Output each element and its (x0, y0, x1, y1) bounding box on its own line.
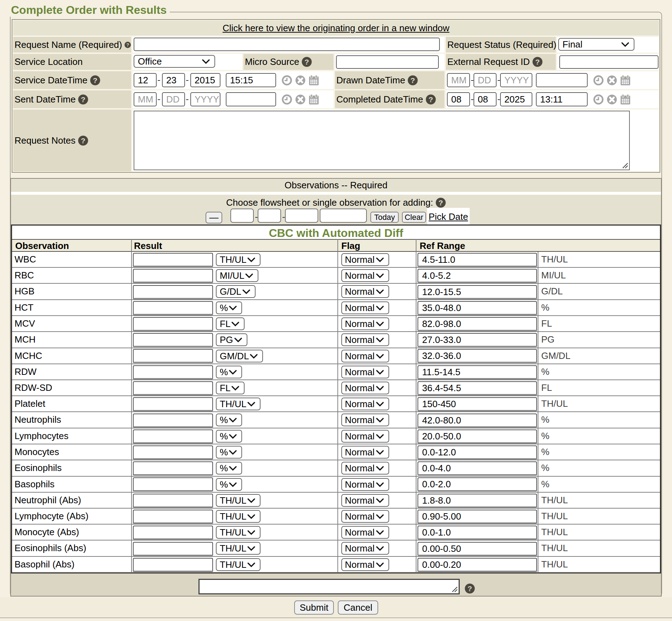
svg-text:?: ? (81, 95, 86, 103)
svg-text:?: ? (93, 76, 97, 84)
svg-text:?: ? (410, 76, 415, 84)
svg-text:?: ? (438, 199, 443, 207)
svg-text:?: ? (81, 136, 85, 144)
svg-text:?: ? (467, 584, 472, 593)
svg-text:?: ? (304, 58, 309, 66)
svg-text:?: ? (127, 42, 129, 47)
svg-text:?: ? (429, 95, 433, 103)
svg-text:?: ? (535, 58, 540, 66)
